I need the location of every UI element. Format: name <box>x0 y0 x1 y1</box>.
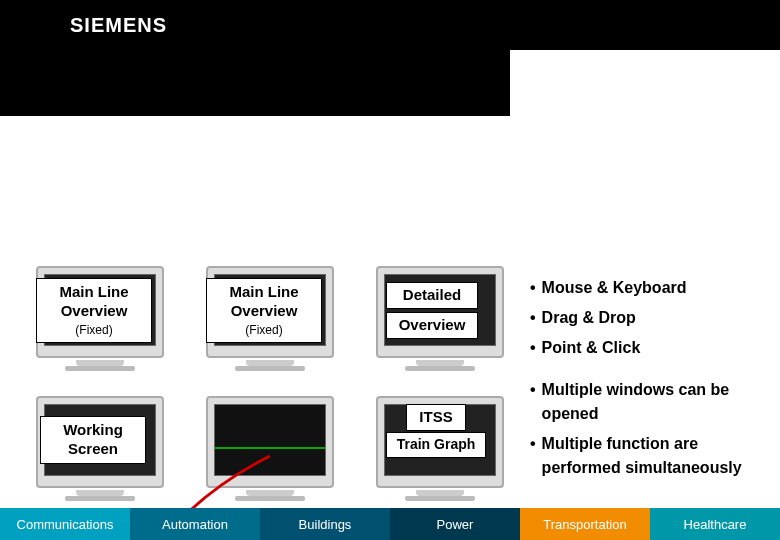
footer-healthcare[interactable]: Healthcare <box>650 508 780 540</box>
bullet-item: Multiple function are performed simultan… <box>530 432 780 480</box>
label-sub: (Fixed) <box>43 323 145 338</box>
header-bar: SIEMENS <box>0 0 780 50</box>
label-detailed-1: Detailed <box>386 282 478 309</box>
footer-automation[interactable]: Automation <box>130 508 260 540</box>
label-itss: ITSS <box>406 404 466 431</box>
label-text: ITSS <box>419 408 452 425</box>
bullet-item: Mouse & Keyboard <box>530 276 780 300</box>
label-main-line-2: Main LineOverview (Fixed) <box>206 278 322 343</box>
footer-transportation[interactable]: Transportation <box>520 508 650 540</box>
slide-title: TCS Operational Principle <box>96 76 367 102</box>
page-number: 14 <box>741 8 758 25</box>
label-text: Detailed <box>403 286 461 303</box>
footer-communications[interactable]: Communications <box>0 508 130 540</box>
label-title: WorkingScreen <box>63 421 123 457</box>
label-title: Main LineOverview <box>59 283 128 319</box>
bullet-item: Point & Click <box>530 336 780 360</box>
siemens-logo: SIEMENS <box>70 14 167 37</box>
label-title: Main LineOverview <box>229 283 298 319</box>
label-detailed-2: Overview <box>386 312 478 339</box>
label-sub: (Fixed) <box>213 323 315 338</box>
bullet-item: Drag & Drop <box>530 306 780 330</box>
footer-power[interactable]: Power <box>390 508 520 540</box>
label-text: Overview <box>399 316 466 333</box>
label-working: WorkingScreen <box>40 416 146 464</box>
footer-buildings[interactable]: Buildings <box>260 508 390 540</box>
footer-nav: Communications Automation Buildings Powe… <box>0 508 780 540</box>
label-text: Train Graph <box>397 436 476 452</box>
bullet-item: Multiple windows can be opened <box>530 378 780 426</box>
label-main-line-1: Main LineOverview (Fixed) <box>36 278 152 343</box>
label-train-graph: Train Graph <box>386 432 486 458</box>
feature-bullets: Mouse & Keyboard Drag & Drop Point & Cli… <box>530 276 780 486</box>
